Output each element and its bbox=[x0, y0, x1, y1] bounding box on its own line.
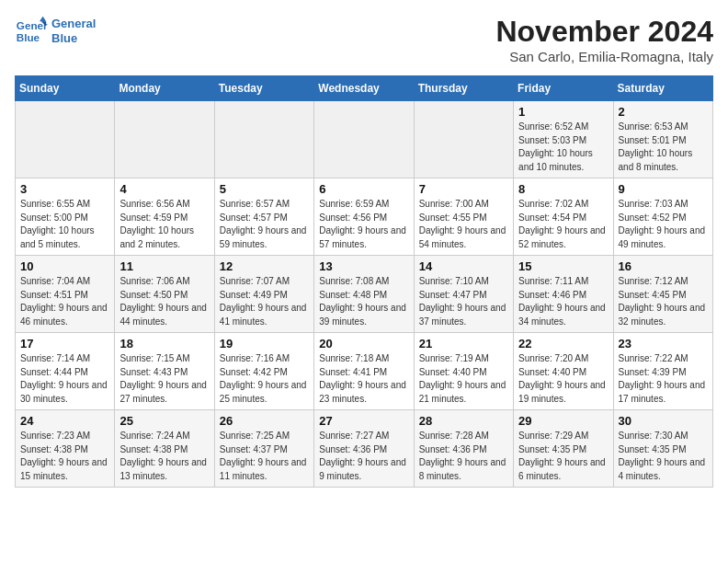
day-detail: Sunrise: 7:03 AM Sunset: 4:52 PM Dayligh… bbox=[619, 198, 708, 251]
calendar-cell: 7Sunrise: 7:00 AM Sunset: 4:55 PM Daylig… bbox=[414, 178, 513, 256]
logo-icon: General Blue bbox=[15, 15, 48, 48]
day-number: 11 bbox=[119, 259, 209, 273]
day-detail: Sunrise: 7:29 AM Sunset: 4:35 PM Dayligh… bbox=[518, 430, 608, 483]
weekday-header: Monday bbox=[115, 76, 214, 101]
weekday-header: Wednesday bbox=[314, 76, 414, 101]
day-number: 8 bbox=[518, 182, 608, 196]
day-number: 15 bbox=[518, 259, 608, 273]
day-number: 24 bbox=[20, 414, 109, 428]
day-number: 21 bbox=[419, 337, 508, 350]
calendar-cell: 28Sunrise: 7:28 AM Sunset: 4:36 PM Dayli… bbox=[414, 410, 513, 488]
day-detail: Sunrise: 7:15 AM Sunset: 4:43 PM Dayligh… bbox=[119, 352, 209, 406]
calendar-cell: 2Sunrise: 6:53 AM Sunset: 5:01 PM Daylig… bbox=[613, 101, 712, 178]
svg-text:Blue: Blue bbox=[17, 31, 40, 43]
day-detail: Sunrise: 6:52 AM Sunset: 5:03 PM Dayligh… bbox=[518, 121, 608, 174]
calendar-cell: 29Sunrise: 7:29 AM Sunset: 4:35 PM Dayli… bbox=[514, 410, 613, 488]
month-title: November 2024 bbox=[495, 15, 713, 49]
day-number: 12 bbox=[220, 259, 309, 273]
day-detail: Sunrise: 7:02 AM Sunset: 4:54 PM Dayligh… bbox=[518, 198, 608, 251]
day-number: 9 bbox=[619, 182, 708, 196]
day-detail: Sunrise: 7:07 AM Sunset: 4:49 PM Dayligh… bbox=[220, 275, 309, 328]
day-detail: Sunrise: 7:04 AM Sunset: 4:51 PM Dayligh… bbox=[20, 275, 109, 328]
calendar-cell: 24Sunrise: 7:23 AM Sunset: 4:38 PM Dayli… bbox=[16, 410, 115, 488]
calendar-week-row: 10Sunrise: 7:04 AM Sunset: 4:51 PM Dayli… bbox=[16, 256, 713, 333]
day-detail: Sunrise: 7:18 AM Sunset: 4:41 PM Dayligh… bbox=[319, 352, 408, 406]
day-detail: Sunrise: 7:10 AM Sunset: 4:47 PM Dayligh… bbox=[419, 275, 508, 328]
calendar-week-row: 17Sunrise: 7:14 AM Sunset: 4:44 PM Dayli… bbox=[16, 333, 713, 410]
day-detail: Sunrise: 7:08 AM Sunset: 4:48 PM Dayligh… bbox=[319, 275, 408, 328]
day-number: 6 bbox=[319, 182, 408, 196]
day-number: 10 bbox=[20, 259, 109, 273]
calendar-cell: 8Sunrise: 7:02 AM Sunset: 4:54 PM Daylig… bbox=[514, 178, 613, 256]
calendar-cell: 5Sunrise: 6:57 AM Sunset: 4:57 PM Daylig… bbox=[214, 178, 313, 256]
day-detail: Sunrise: 6:56 AM Sunset: 4:59 PM Dayligh… bbox=[119, 198, 209, 251]
calendar-cell: 11Sunrise: 7:06 AM Sunset: 4:50 PM Dayli… bbox=[115, 256, 214, 333]
day-number: 18 bbox=[119, 337, 209, 350]
day-number: 30 bbox=[619, 414, 708, 428]
calendar-cell: 25Sunrise: 7:24 AM Sunset: 4:38 PM Dayli… bbox=[115, 410, 214, 488]
day-number: 5 bbox=[220, 182, 309, 196]
day-number: 23 bbox=[619, 337, 708, 350]
calendar-cell bbox=[414, 101, 513, 178]
weekday-header: Friday bbox=[514, 76, 613, 101]
calendar-cell: 30Sunrise: 7:30 AM Sunset: 4:35 PM Dayli… bbox=[613, 410, 712, 488]
calendar-body: 1Sunrise: 6:52 AM Sunset: 5:03 PM Daylig… bbox=[16, 101, 713, 488]
day-number: 16 bbox=[619, 259, 708, 273]
day-number: 4 bbox=[119, 182, 209, 196]
day-number: 27 bbox=[319, 414, 408, 428]
calendar-cell: 16Sunrise: 7:12 AM Sunset: 4:45 PM Dayli… bbox=[613, 256, 712, 333]
calendar-week-row: 24Sunrise: 7:23 AM Sunset: 4:38 PM Dayli… bbox=[16, 410, 713, 488]
day-detail: Sunrise: 7:19 AM Sunset: 4:40 PM Dayligh… bbox=[419, 352, 508, 406]
calendar-cell: 15Sunrise: 7:11 AM Sunset: 4:46 PM Dayli… bbox=[514, 256, 613, 333]
day-number: 1 bbox=[518, 105, 608, 119]
weekday-header: Tuesday bbox=[214, 76, 313, 101]
day-detail: Sunrise: 6:59 AM Sunset: 4:56 PM Dayligh… bbox=[319, 198, 408, 251]
calendar-week-row: 1Sunrise: 6:52 AM Sunset: 5:03 PM Daylig… bbox=[16, 101, 713, 178]
day-number: 2 bbox=[619, 105, 708, 119]
calendar-cell: 26Sunrise: 7:25 AM Sunset: 4:37 PM Dayli… bbox=[214, 410, 313, 488]
day-number: 20 bbox=[319, 337, 408, 350]
day-number: 26 bbox=[220, 414, 309, 428]
weekday-header: Thursday bbox=[414, 76, 513, 101]
day-detail: Sunrise: 7:14 AM Sunset: 4:44 PM Dayligh… bbox=[20, 352, 109, 406]
calendar-cell: 13Sunrise: 7:08 AM Sunset: 4:48 PM Dayli… bbox=[314, 256, 414, 333]
day-number: 13 bbox=[319, 259, 408, 273]
day-detail: Sunrise: 7:30 AM Sunset: 4:35 PM Dayligh… bbox=[619, 430, 708, 483]
day-detail: Sunrise: 6:53 AM Sunset: 5:01 PM Dayligh… bbox=[619, 121, 708, 174]
calendar-cell: 19Sunrise: 7:16 AM Sunset: 4:42 PM Dayli… bbox=[214, 333, 313, 410]
calendar-cell bbox=[115, 101, 214, 178]
calendar-cell: 22Sunrise: 7:20 AM Sunset: 4:40 PM Dayli… bbox=[514, 333, 613, 410]
day-detail: Sunrise: 7:22 AM Sunset: 4:39 PM Dayligh… bbox=[619, 352, 708, 406]
day-number: 14 bbox=[419, 259, 508, 273]
weekday-header: Saturday bbox=[613, 76, 712, 101]
calendar-cell: 21Sunrise: 7:19 AM Sunset: 4:40 PM Dayli… bbox=[414, 333, 513, 410]
calendar-cell bbox=[16, 101, 115, 178]
day-detail: Sunrise: 6:57 AM Sunset: 4:57 PM Dayligh… bbox=[220, 198, 309, 251]
calendar-cell: 12Sunrise: 7:07 AM Sunset: 4:49 PM Dayli… bbox=[214, 256, 313, 333]
calendar-cell: 3Sunrise: 6:55 AM Sunset: 5:00 PM Daylig… bbox=[16, 178, 115, 256]
calendar-cell: 27Sunrise: 7:27 AM Sunset: 4:36 PM Dayli… bbox=[314, 410, 414, 488]
day-number: 25 bbox=[119, 414, 209, 428]
logo-text-line1: General bbox=[51, 17, 96, 31]
day-number: 19 bbox=[220, 337, 309, 350]
calendar-cell: 20Sunrise: 7:18 AM Sunset: 4:41 PM Dayli… bbox=[314, 333, 414, 410]
calendar-week-row: 3Sunrise: 6:55 AM Sunset: 5:00 PM Daylig… bbox=[16, 178, 713, 256]
day-detail: Sunrise: 6:55 AM Sunset: 5:00 PM Dayligh… bbox=[20, 198, 109, 251]
day-number: 28 bbox=[419, 414, 508, 428]
weekday-header: Sunday bbox=[16, 76, 115, 101]
day-detail: Sunrise: 7:11 AM Sunset: 4:46 PM Dayligh… bbox=[518, 275, 608, 328]
day-number: 22 bbox=[518, 337, 608, 350]
day-detail: Sunrise: 7:23 AM Sunset: 4:38 PM Dayligh… bbox=[20, 430, 109, 483]
logo: General Blue General Blue bbox=[15, 15, 96, 48]
title-section: November 2024 San Carlo, Emilia-Romagna,… bbox=[495, 15, 713, 64]
day-detail: Sunrise: 7:00 AM Sunset: 4:55 PM Dayligh… bbox=[419, 198, 508, 251]
day-number: 17 bbox=[20, 337, 109, 350]
day-detail: Sunrise: 7:12 AM Sunset: 4:45 PM Dayligh… bbox=[619, 275, 708, 328]
logo-text-line2: Blue bbox=[51, 31, 96, 46]
day-detail: Sunrise: 7:28 AM Sunset: 4:36 PM Dayligh… bbox=[419, 430, 508, 483]
day-number: 3 bbox=[20, 182, 109, 196]
day-detail: Sunrise: 7:20 AM Sunset: 4:40 PM Dayligh… bbox=[518, 352, 608, 406]
day-detail: Sunrise: 7:16 AM Sunset: 4:42 PM Dayligh… bbox=[220, 352, 309, 406]
calendar-cell: 14Sunrise: 7:10 AM Sunset: 4:47 PM Dayli… bbox=[414, 256, 513, 333]
day-detail: Sunrise: 7:25 AM Sunset: 4:37 PM Dayligh… bbox=[220, 430, 309, 483]
